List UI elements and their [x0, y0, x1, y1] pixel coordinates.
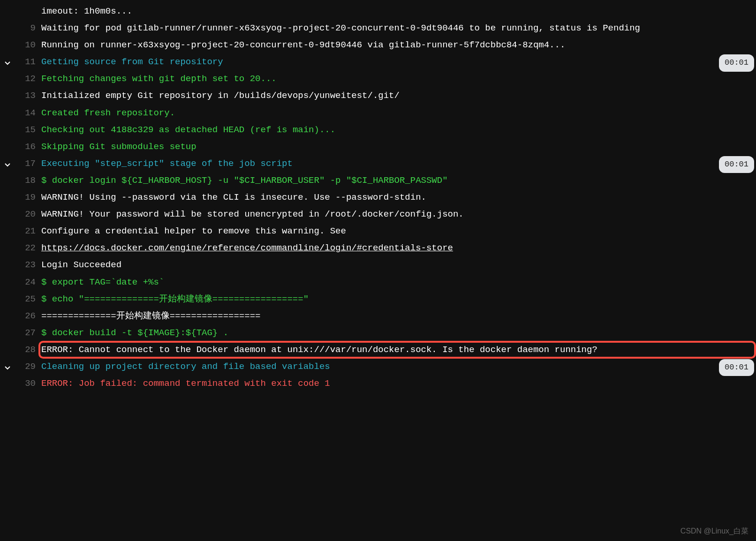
- collapse-gutter: [0, 308, 15, 310]
- docs-link[interactable]: https://docs.docker.com/engine/reference…: [41, 243, 453, 253]
- collapse-gutter: [0, 341, 15, 344]
- line-number: 23: [15, 256, 41, 273]
- log-text: Skipping Git submodules setup: [41, 138, 756, 155]
- log-section-header[interactable]: 17 Executing "step_script" stage of the …: [0, 155, 756, 172]
- log-line: 24 $ export TAG=`date +%s`: [0, 274, 756, 291]
- collapse-gutter: [0, 172, 15, 174]
- log-text: Waiting for pod gitlab-runner/runner-x63…: [41, 20, 756, 37]
- collapse-gutter: [0, 189, 15, 191]
- collapse-gutter: [0, 291, 15, 293]
- section-duration-badge: 00:01: [719, 156, 754, 173]
- collapse-gutter: [0, 256, 15, 259]
- collapse-gutter: [0, 240, 15, 242]
- log-text: WARNING! Using --password via the CLI is…: [41, 189, 756, 206]
- collapse-gutter: [0, 375, 15, 377]
- log-line: 10 Running on runner-x63xsyog--project-2…: [0, 37, 756, 53]
- collapse-gutter: [0, 20, 15, 22]
- log-text: Executing "step_script" stage of the job…: [41, 155, 756, 172]
- log-line: 20 WARNING! Your password will be stored…: [0, 206, 756, 223]
- collapse-gutter: [0, 223, 15, 225]
- log-text: ERROR: Cannot connect to the Docker daem…: [41, 341, 756, 358]
- log-text: Running on runner-x63xsyog--project-20-c…: [41, 37, 756, 53]
- chevron-down-icon[interactable]: [4, 158, 11, 165]
- log-line: 16 Skipping Git submodules setup: [0, 138, 756, 155]
- log-line: 22 https://docs.docker.com/engine/refere…: [0, 240, 756, 256]
- log-text: $ echo "==============开始构建镜像============…: [41, 291, 756, 308]
- log-line: 18 $ docker login ${CI_HARBOR_HOST} -u "…: [0, 172, 756, 189]
- collapse-gutter: [0, 105, 15, 107]
- log-text: Getting source from Git repository: [41, 53, 756, 70]
- log-line: 23 Login Succeeded: [0, 256, 756, 273]
- log-line: imeout: 1h0m0s...: [0, 3, 756, 20]
- log-line: 14 Created fresh repository.: [0, 105, 756, 121]
- section-duration-badge: 00:01: [719, 54, 754, 71]
- collapse-gutter: [0, 87, 15, 90]
- chevron-down-icon[interactable]: [4, 56, 11, 63]
- log-text: Configure a credential helper to remove …: [41, 223, 756, 240]
- line-number: 27: [15, 324, 41, 341]
- log-text: https://docs.docker.com/engine/reference…: [41, 240, 756, 256]
- line-number: 14: [15, 105, 41, 121]
- line-number: 10: [15, 37, 41, 53]
- log-text: Initialized empty Git repository in /bui…: [41, 87, 756, 104]
- line-number: 16: [15, 138, 41, 155]
- line-number: 25: [15, 291, 41, 308]
- line-number: 28: [15, 341, 41, 358]
- log-text: $ docker build -t ${IMAGE}:${TAG} .: [41, 324, 756, 341]
- collapse-gutter: [0, 121, 15, 124]
- line-number: 29: [15, 358, 41, 375]
- line-number: 18: [15, 172, 41, 189]
- collapse-gutter[interactable]: [0, 358, 15, 368]
- log-line: 30 ERROR: Job failed: command terminated…: [0, 375, 756, 392]
- log-text: Login Succeeded: [41, 256, 756, 273]
- log-line: 27 $ docker build -t ${IMAGE}:${TAG} .: [0, 324, 756, 341]
- log-section-header[interactable]: 11 Getting source from Git repository 00…: [0, 53, 756, 70]
- collapse-gutter: [0, 206, 15, 208]
- line-number: 21: [15, 223, 41, 240]
- collapse-gutter[interactable]: [0, 155, 15, 165]
- log-section-header[interactable]: 29 Cleaning up project directory and fil…: [0, 358, 756, 375]
- log-line: 19 WARNING! Using --password via the CLI…: [0, 189, 756, 206]
- log-text: Created fresh repository.: [41, 105, 756, 121]
- line-number: 17: [15, 155, 41, 172]
- line-number: 26: [15, 308, 41, 324]
- log-text: WARNING! Your password will be stored un…: [41, 206, 756, 223]
- log-text: Checking out 4188c329 as detached HEAD (…: [41, 121, 756, 138]
- line-number: 30: [15, 375, 41, 392]
- log-line: 25 $ echo "==============开始构建镜像=========…: [0, 291, 756, 308]
- log-line: 26 ==============开始构建镜像=================: [0, 308, 756, 324]
- log-line: 13 Initialized empty Git repository in /…: [0, 87, 756, 104]
- collapse-gutter[interactable]: [0, 53, 15, 63]
- line-number: 11: [15, 53, 41, 70]
- ci-job-log: imeout: 1h0m0s... 9 Waiting for pod gitl…: [0, 3, 756, 392]
- line-number: 19: [15, 189, 41, 206]
- collapse-gutter: [0, 70, 15, 73]
- collapse-gutter: [0, 37, 15, 39]
- line-number: 9: [15, 20, 41, 37]
- line-number: 13: [15, 87, 41, 104]
- line-number: 15: [15, 121, 41, 138]
- line-number: 22: [15, 240, 41, 256]
- log-text: Fetching changes with git depth set to 2…: [41, 70, 756, 87]
- log-text: ==============开始构建镜像=================: [41, 308, 756, 324]
- line-number: 20: [15, 206, 41, 223]
- collapse-gutter: [0, 274, 15, 276]
- log-text: ERROR: Job failed: command terminated wi…: [41, 375, 756, 392]
- line-number: 12: [15, 70, 41, 87]
- log-line: 15 Checking out 4188c329 as detached HEA…: [0, 121, 756, 138]
- log-line-error-highlight: 28 ERROR: Cannot connect to the Docker d…: [0, 341, 756, 358]
- log-line: 9 Waiting for pod gitlab-runner/runner-x…: [0, 20, 756, 37]
- chevron-down-icon[interactable]: [4, 361, 11, 368]
- collapse-gutter: [0, 3, 15, 5]
- collapse-gutter: [0, 138, 15, 141]
- log-text: Cleaning up project directory and file b…: [41, 358, 756, 375]
- log-line: 12 Fetching changes with git depth set t…: [0, 70, 756, 87]
- log-text: imeout: 1h0m0s...: [41, 3, 756, 20]
- section-duration-badge: 00:01: [719, 359, 754, 376]
- log-text: $ export TAG=`date +%s`: [41, 274, 756, 291]
- log-line: 21 Configure a credential helper to remo…: [0, 223, 756, 240]
- collapse-gutter: [0, 324, 15, 327]
- line-number: 24: [15, 274, 41, 291]
- log-text: $ docker login ${CI_HARBOR_HOST} -u "$CI…: [41, 172, 756, 189]
